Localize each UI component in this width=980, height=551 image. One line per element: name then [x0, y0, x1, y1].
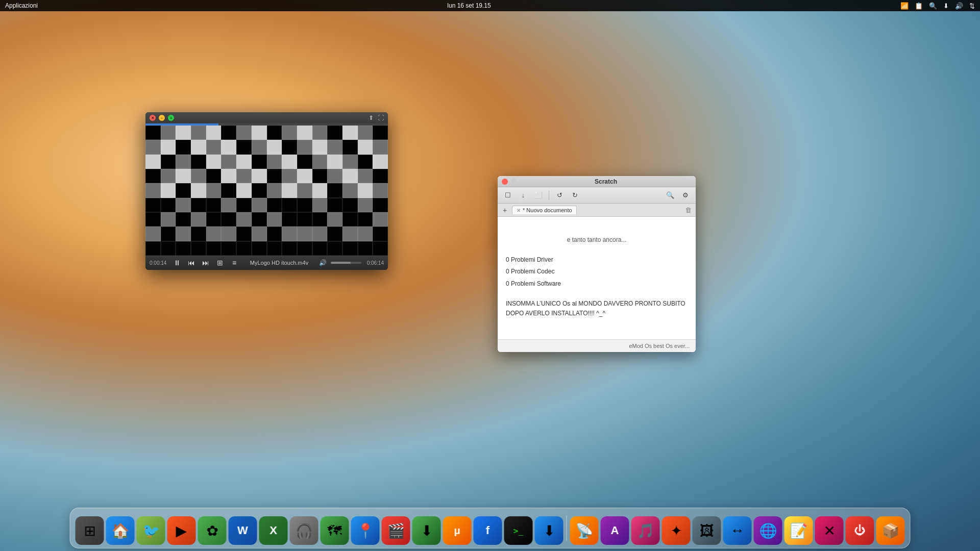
- dock-item-rss[interactable]: 📡: [570, 516, 599, 545]
- dock-item-excel[interactable]: X: [259, 516, 288, 545]
- dock-item-notes[interactable]: 📝: [785, 516, 813, 545]
- scratch-tab-close-icon[interactable]: ✕: [517, 208, 521, 213]
- media-chapters-button[interactable]: ⊞: [215, 258, 225, 268]
- media-time-current: 0:00:14: [150, 260, 168, 266]
- scratch-tab-nuovo[interactable]: ✕ * Nuovo documento: [512, 206, 577, 214]
- menubar-left: Applicazioni: [5, 2, 38, 9]
- dock-item-gps[interactable]: 📍: [351, 516, 380, 545]
- dock-item-itunes[interactable]: 🎵: [631, 516, 660, 545]
- scratch-min-button[interactable]: [511, 179, 517, 185]
- dock-item-dl2[interactable]: ⬇: [535, 516, 564, 545]
- media-close-button[interactable]: ✕: [150, 115, 156, 121]
- scratch-settings-button[interactable]: ⚙: [679, 189, 692, 202]
- scratch-titlebar: Scratch: [498, 176, 696, 187]
- media-video-frame: [145, 126, 388, 256]
- scratch-open-button[interactable]: ↓: [517, 189, 529, 202]
- dock-item-maps[interactable]: 🗺: [321, 516, 349, 545]
- media-minimize-button[interactable]: −: [159, 115, 165, 121]
- scratch-new-button[interactable]: ☐: [502, 189, 514, 202]
- scratch-footer: eMod Os best Os ever...: [498, 339, 696, 352]
- scratch-delete-tab-button[interactable]: 🗑: [685, 206, 692, 214]
- dock-item-pic2[interactable]: 🖼: [693, 516, 721, 545]
- scratch-close-button[interactable]: [502, 179, 508, 185]
- menubar: Applicazioni lun 16 set 19.15 📶 📋 🔍 ⬇ 🔊 …: [0, 0, 980, 11]
- scratch-tab-label: * Nuovo documento: [523, 207, 572, 213]
- dock-separator: [567, 515, 567, 541]
- scratch-undo-button[interactable]: ↺: [553, 189, 566, 202]
- dock-item-browser[interactable]: 🌐: [754, 516, 782, 545]
- media-volume-fill: [331, 262, 351, 264]
- dock-item-migrate[interactable]: ↔: [723, 516, 752, 545]
- scratch-line-6: INSOMMA L'UNICO Os al MONDO DAVVERO PRON…: [506, 299, 688, 318]
- media-volume-bar[interactable]: [331, 262, 361, 264]
- scratch-save-button[interactable]: ⬜: [532, 189, 545, 202]
- dock-item-download[interactable]: ⬇: [412, 516, 441, 545]
- menubar-app-menu[interactable]: Applicazioni: [5, 2, 38, 9]
- dock-item-audio[interactable]: 🎧: [290, 516, 318, 545]
- dock-item-terminal[interactable]: >_: [504, 516, 533, 545]
- dock-item-power[interactable]: ⏻: [846, 516, 874, 545]
- scratch-search-button[interactable]: 🔍: [664, 189, 676, 202]
- menubar-clock: lun 16 set 19.15: [447, 2, 491, 9]
- media-time-total: 0:06:14: [365, 260, 384, 266]
- scratch-window: Scratch ☐ ↓ ⬜ ↺ ↻ 🔍 ⚙ + ✕ * Nuovo docume…: [498, 176, 696, 352]
- toolbar-divider: [549, 191, 549, 200]
- transfer-icon[interactable]: ⇅: [969, 2, 975, 10]
- media-rewind-button[interactable]: ⏮: [186, 258, 197, 268]
- scratch-line-3: 0 Problemi Driver: [506, 255, 688, 265]
- media-titlebar: ✕ − + ⬆ ⛶: [145, 112, 388, 123]
- scratch-line-5: 0 Problemi Software: [506, 279, 688, 289]
- media-player-window: ✕ − + ⬆ ⛶: [145, 112, 388, 270]
- dock-item-pixelmator[interactable]: ✦: [662, 516, 691, 545]
- media-fast-forward-button[interactable]: ⏭: [201, 258, 211, 268]
- dock-item-dict[interactable]: A: [601, 516, 629, 545]
- pip-icon[interactable]: ⬆: [369, 114, 374, 121]
- dock-item-torrent[interactable]: μ: [443, 516, 472, 545]
- dock-item-facebook[interactable]: f: [474, 516, 502, 545]
- scratch-tabs-bar: + ✕ * Nuovo documento 🗑: [498, 204, 696, 217]
- media-title-label: MyLogo HD itouch.m4v: [243, 260, 315, 266]
- scratch-toolbar: ☐ ↓ ⬜ ↺ ↻ 🔍 ⚙: [498, 187, 696, 204]
- media-volume-icon[interactable]: 🔊: [319, 259, 327, 266]
- media-maximize-button[interactable]: +: [168, 115, 174, 121]
- scratch-line-4: 0 Problemi Codec: [506, 267, 688, 277]
- media-pause-button[interactable]: ⏸: [172, 258, 182, 268]
- volume-icon[interactable]: 🔊: [955, 2, 963, 10]
- media-controls-bar: 0:00:14 ⏸ ⏮ ⏭ ⊞ ≡ MyLogo HD itouch.m4v 🔊…: [145, 256, 388, 270]
- scratch-editor[interactable]: e tanto tanto ancora... 0 Problemi Drive…: [498, 217, 696, 339]
- scratch-title-label: Scratch: [520, 178, 692, 185]
- dock-item-music[interactable]: ▶: [167, 516, 196, 545]
- dock-item-word[interactable]: W: [229, 516, 257, 545]
- search-icon[interactable]: 🔍: [929, 2, 937, 10]
- download-icon[interactable]: ⬇: [943, 2, 949, 10]
- dock: ⊞ 🏠 🐦 ▶ ✿ W X 🎧 🗺 📍 🎬 ⬇ μ f >_ ⬇ 📡 A 🎵 ✦…: [70, 508, 911, 548]
- media-playlist-button[interactable]: ≡: [229, 258, 239, 268]
- scratch-line-2: e tanto tanto ancora...: [506, 235, 688, 245]
- fullscreen-icon[interactable]: ⛶: [378, 114, 384, 121]
- video-grid: [145, 126, 388, 256]
- video-content: [145, 126, 388, 256]
- scratch-footer-text: eMod Os best Os ever...: [629, 343, 690, 349]
- dock-item-clover[interactable]: ✿: [198, 516, 227, 545]
- dock-item-grid[interactable]: ⊞: [76, 516, 104, 545]
- wifi-icon[interactable]: 📶: [900, 2, 909, 10]
- desktop: Applicazioni lun 16 set 19.15 📶 📋 🔍 ⬇ 🔊 …: [0, 0, 980, 551]
- dock-item-x2[interactable]: ✕: [815, 516, 844, 545]
- clipboard-icon[interactable]: 📋: [915, 2, 923, 10]
- dock-item-files[interactable]: 🏠: [106, 516, 135, 545]
- dock-item-pkg[interactable]: 📦: [876, 516, 905, 545]
- dock-item-video[interactable]: 🎬: [382, 516, 410, 545]
- menubar-right: 📶 📋 🔍 ⬇ 🔊 ⇅: [900, 2, 975, 10]
- scratch-add-tab-button[interactable]: +: [500, 205, 510, 215]
- dock-item-mail[interactable]: 🐦: [137, 516, 165, 545]
- scratch-redo-button[interactable]: ↻: [569, 189, 581, 202]
